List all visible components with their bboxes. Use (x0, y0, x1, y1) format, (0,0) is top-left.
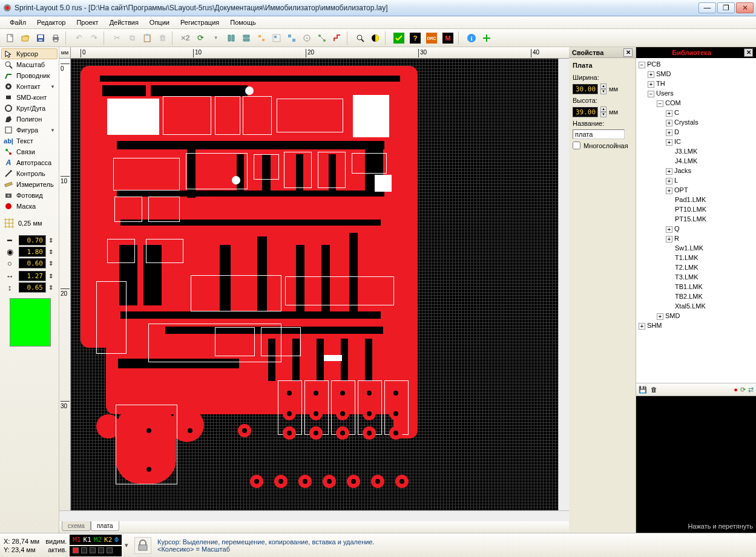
lock-icon[interactable] (134, 537, 151, 554)
expand-icon[interactable]: + (657, 313, 663, 320)
properties-close-icon[interactable]: ✕ (623, 48, 633, 57)
tool-mask[interactable]: Маска (1, 201, 58, 212)
rotate-icon[interactable]: ⟳ (194, 31, 208, 45)
expand-icon[interactable]: + (666, 110, 672, 117)
expand-icon[interactable]: + (666, 129, 672, 136)
smd-height-param[interactable]: ↕ 0.65 ⇕ (1, 282, 58, 293)
expand-icon[interactable]: + (648, 81, 654, 88)
hole-diameter-param[interactable]: ○ 0.60 ⇕ (1, 258, 58, 269)
tool-net[interactable]: Связи (1, 146, 58, 157)
lib-delete-icon[interactable]: 🗑 (651, 386, 657, 393)
tree-item[interactable]: Sw1.LMK (666, 243, 755, 253)
drc-label-icon[interactable]: DRC (424, 31, 439, 45)
tool-smd[interactable]: SMD-конт (1, 92, 58, 103)
pad-diameter-param[interactable]: ◉ 1.80 ⇕ (1, 246, 58, 258)
menu-проект[interactable]: Проект (71, 17, 103, 28)
expand-icon[interactable]: + (666, 120, 672, 126)
delete-icon[interactable]: 🗑 (156, 31, 169, 45)
tree-item[interactable]: Pad1.LMK (666, 195, 755, 204)
print-icon[interactable] (49, 31, 62, 45)
lib-mirror-icon[interactable]: ⇄ (748, 386, 754, 394)
menu-опции[interactable]: Опции (145, 17, 174, 28)
undo-icon[interactable]: ↶ (72, 31, 85, 45)
tree-item[interactable]: +Crystals (666, 117, 755, 127)
lib-rotate-icon[interactable]: ⟳ (740, 386, 746, 394)
tree-item[interactable]: +TH (648, 79, 755, 88)
tree-item[interactable]: +SHM (639, 321, 755, 330)
tree-item[interactable]: +OPT (666, 185, 755, 195)
tree-item[interactable]: +Q (666, 224, 755, 233)
redo-icon[interactable]: ↷ (87, 31, 100, 45)
width-input[interactable]: 30.00 (573, 84, 598, 94)
tree-item[interactable]: +SMD (657, 311, 755, 321)
grid-setting[interactable]: 0,25 мм (1, 215, 58, 231)
multilayer-checkbox[interactable]: Многослойная (573, 142, 632, 149)
tree-item[interactable]: +SMD (648, 69, 755, 79)
menu-файл[interactable]: Файл (5, 17, 31, 28)
group-icon[interactable] (270, 31, 283, 45)
tool-pad[interactable]: Контакт▼ (1, 81, 58, 92)
tab-schema[interactable]: схема (62, 521, 91, 531)
lib-record-icon[interactable]: ● (734, 386, 738, 394)
menu-редактор[interactable]: Редактор (32, 17, 70, 28)
test-icon[interactable]: ? (408, 31, 422, 45)
tree-item[interactable]: J4.LMK (666, 156, 755, 166)
tree-item[interactable]: T3.LMK (666, 272, 755, 282)
autoroute-tb-icon[interactable] (330, 31, 344, 45)
board-name-input[interactable] (573, 129, 625, 139)
pcb-canvas[interactable] (71, 59, 558, 510)
mirror-v-icon[interactable] (240, 31, 253, 45)
expand-icon[interactable]: + (666, 139, 672, 146)
new-file-icon[interactable] (4, 31, 17, 45)
expand-icon[interactable]: + (648, 71, 654, 78)
spinner-icon[interactable]: ⇕ (48, 237, 56, 244)
tree-item[interactable]: TB1.LMK (666, 282, 755, 292)
menu-регистрация[interactable]: Регистрация (176, 17, 224, 28)
mirror-h-icon[interactable] (225, 31, 238, 45)
save-file-icon[interactable] (34, 31, 47, 45)
zoom-icon[interactable] (353, 31, 367, 45)
trace-width-param[interactable]: ━ 0.70 ⇕ (1, 235, 58, 246)
minimize-button[interactable]: — (698, 2, 716, 13)
drc-icon-1[interactable] (392, 31, 406, 45)
tree-item[interactable]: PT10.LMK (666, 204, 755, 214)
height-spinner[interactable]: ▲▼ (600, 106, 606, 117)
library-close-icon[interactable]: ✕ (744, 48, 753, 57)
scrollbar-vertical[interactable] (558, 59, 569, 510)
library-tree[interactable]: −PCB+SMD+TH−Users−COM+C+Crystals+D+ICJ3.… (636, 58, 756, 383)
tool-cursor[interactable]: Курсор (1, 48, 58, 59)
cut-icon[interactable]: ✂ (110, 31, 123, 45)
paste-icon[interactable]: 📋 (140, 31, 154, 45)
tree-item[interactable]: J3.LMK (666, 146, 755, 156)
close-button[interactable]: ✕ (736, 2, 754, 13)
expand-icon[interactable]: + (666, 178, 672, 184)
tree-item[interactable]: +L (666, 175, 755, 185)
maximize-button[interactable]: ❐ (717, 2, 735, 13)
menu-действия[interactable]: Действия (105, 17, 143, 28)
tree-item[interactable]: TB2.LMK (666, 292, 755, 301)
align-icon[interactable] (255, 31, 268, 45)
tab-board[interactable]: плата (91, 521, 119, 531)
color-preview[interactable] (10, 298, 51, 347)
tool-photo[interactable]: Фотовид (1, 190, 58, 201)
tree-item[interactable]: T2.LMK (666, 262, 755, 272)
tree-item[interactable]: −Users−COM+C+Crystals+D+ICJ3.LMKJ4.LMK+J… (648, 88, 755, 321)
tree-item[interactable]: T1.LMK (666, 253, 755, 262)
ungroup-icon[interactable] (285, 31, 298, 45)
tree-item[interactable]: +IC (666, 137, 755, 146)
expand-icon[interactable]: + (666, 226, 672, 233)
open-file-icon[interactable] (19, 31, 32, 45)
tool-autoroute[interactable]: AАвтотрасса (1, 157, 58, 168)
connections-icon[interactable] (315, 31, 329, 45)
info-icon[interactable]: i (465, 31, 478, 45)
tool-poly[interactable]: Полигон (1, 114, 58, 125)
tool-trace[interactable]: Проводник (1, 70, 58, 81)
tool-arc[interactable]: Круг/Дуга (1, 103, 58, 114)
width-spinner[interactable]: ▲▼ (600, 83, 606, 94)
tool-text[interactable]: ab|Текст (1, 135, 58, 146)
expand-icon[interactable]: + (666, 187, 672, 194)
menu-помощь[interactable]: Помощь (225, 17, 261, 28)
expand-icon[interactable]: + (666, 236, 672, 243)
expand-icon[interactable]: + (666, 168, 672, 175)
tree-item[interactable]: PT15.LMK (666, 214, 755, 224)
